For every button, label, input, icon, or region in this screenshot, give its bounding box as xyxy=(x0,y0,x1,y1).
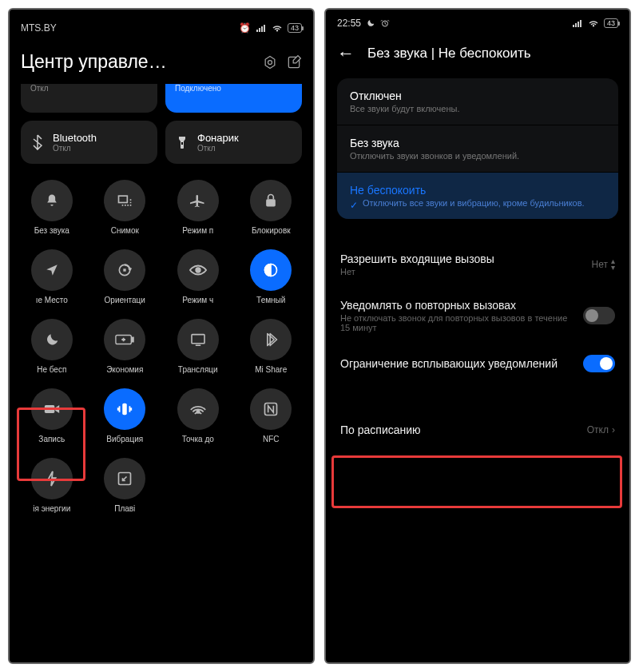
battery-badge: 43 xyxy=(604,18,618,28)
svg-rect-3 xyxy=(179,137,185,139)
toggle-nfc[interactable]: NFC xyxy=(237,388,306,443)
toggle-mishare[interactable]: Mi Share xyxy=(237,319,306,374)
svg-rect-12 xyxy=(132,337,133,342)
highlight-popup-setting xyxy=(331,455,622,508)
edit-icon[interactable] xyxy=(286,54,302,70)
tile-flashlight[interactable]: Фонарик Откл xyxy=(165,121,302,164)
svg-rect-5 xyxy=(119,196,128,202)
phone-right: 22:55 43 ← Без звука | Не беспок xyxy=(324,8,631,664)
option-silent[interactable]: Без звука Отключить звуки звонков и увед… xyxy=(337,125,618,173)
flashlight-icon xyxy=(175,135,189,149)
moon-icon xyxy=(366,18,375,28)
toggle-grid: Без звука Снимок Режим п Блокировк ıe Ме… xyxy=(10,180,313,513)
toggle-dark[interactable]: Темный xyxy=(237,249,306,304)
battery-badge: 43 xyxy=(288,23,302,33)
toggle-screenshot[interactable]: Снимок xyxy=(91,180,160,235)
setting-repeat-calls[interactable]: Уведомлять о повторных вызовах Не отключ… xyxy=(337,288,618,344)
page-title: Без звука | Не беспокоить xyxy=(367,46,531,62)
carrier-label: MTS.BY xyxy=(21,22,57,34)
toggle-rotation[interactable]: Ориентаци xyxy=(91,249,160,304)
wifi-icon xyxy=(588,19,599,28)
toggle-record[interactable]: Запись xyxy=(18,388,86,443)
chevron-right-icon: › xyxy=(612,424,615,435)
toggle-dnd[interactable]: Не бесп xyxy=(18,319,86,374)
tile-bluetooth[interactable]: Bluetooth Откл xyxy=(21,121,157,164)
bluetooth-icon xyxy=(30,135,45,149)
toggle-vibration[interactable]: Вибрация xyxy=(91,388,160,443)
back-button[interactable]: ← xyxy=(337,43,355,64)
svg-rect-14 xyxy=(45,405,55,413)
toggle-floating[interactable]: Плаві xyxy=(91,458,160,513)
setting-popup-limit[interactable]: Ограничение всплывающих уведомлений xyxy=(337,344,618,384)
control-center-title: Центр управле… xyxy=(21,51,254,73)
option-off[interactable]: Отключен Все звуки будут включены. xyxy=(337,78,618,125)
alarm-icon: ⏰ xyxy=(239,22,251,34)
right-header: ← Без звука | Не беспокоить xyxy=(326,35,629,78)
phone-left: MTS.BY ⏰ 43 Центр управле… xyxy=(8,8,315,664)
settings-list: Разрешить входящие вызовы Нет Нет ▴▾ Уве… xyxy=(326,241,629,447)
svg-rect-6 xyxy=(266,199,276,206)
setting-incoming-calls[interactable]: Разрешить входящие вызовы Нет Нет ▴▾ xyxy=(337,241,618,288)
toggle-lock[interactable]: Блокировк xyxy=(237,180,306,235)
signal-icon xyxy=(256,24,267,33)
checkmark-icon: ✓ xyxy=(350,200,358,211)
tile-mobile-off[interactable]: Откл xyxy=(21,84,157,113)
toggle-mute[interactable]: Без звука xyxy=(18,180,86,235)
mode-options: Отключен Все звуки будут включены. Без з… xyxy=(337,78,618,219)
statusbar-right: 22:55 43 xyxy=(326,10,629,35)
left-header: Центр управле… xyxy=(10,40,313,84)
tile-wifi-connected[interactable]: Подключено xyxy=(165,84,302,113)
svg-rect-13 xyxy=(192,335,204,344)
toggle-airplane[interactable]: Режим п xyxy=(164,180,232,235)
alarm-icon-2 xyxy=(380,18,390,28)
toggle-location[interactable]: ıe Место xyxy=(18,249,86,304)
svg-rect-8 xyxy=(124,268,126,271)
setting-schedule[interactable]: По расписанию Откл › xyxy=(337,412,618,447)
toggle-hotspot[interactable]: Точка до xyxy=(164,388,232,443)
switch-popup-limit[interactable] xyxy=(583,355,615,372)
time-label: 22:55 xyxy=(337,18,361,29)
svg-marker-0 xyxy=(265,56,275,68)
svg-rect-4 xyxy=(181,142,183,145)
signal-icon xyxy=(572,19,583,28)
toggle-cast[interactable]: Трансляци xyxy=(164,319,232,374)
toggle-energy[interactable]: ія энергии xyxy=(18,458,86,513)
toggle-reading[interactable]: Режим ч xyxy=(164,249,232,304)
option-dnd[interactable]: Не беспокоить ✓ Отключить все звуки и ви… xyxy=(337,173,618,219)
settings-gear-icon[interactable] xyxy=(262,54,278,70)
svg-point-9 xyxy=(196,268,200,272)
statusbar-left: MTS.BY ⏰ 43 xyxy=(10,10,313,40)
svg-point-1 xyxy=(268,60,272,64)
toggle-battery-saver[interactable]: Экономия xyxy=(91,319,160,374)
svg-rect-15 xyxy=(123,404,128,416)
updown-icon: ▴▾ xyxy=(611,258,615,271)
switch-repeat-calls[interactable] xyxy=(583,307,615,324)
wifi-icon xyxy=(272,24,283,33)
